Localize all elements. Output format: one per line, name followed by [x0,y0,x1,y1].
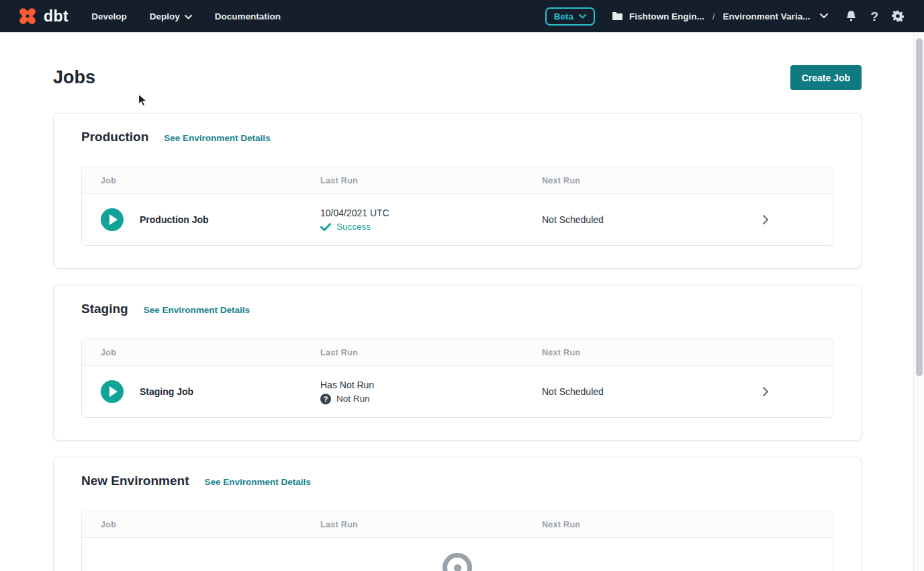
settings-gear-icon[interactable] [892,10,904,22]
breadcrumb-separator: / [710,11,717,21]
scrollbar-track[interactable] [913,32,924,571]
environment-card-staging: Staging See Environment Details Job Last… [53,285,862,441]
chevron-down-icon [579,14,586,19]
next-run-value: Not Scheduled [542,386,604,397]
dbt-logo-icon [17,6,38,26]
table-header-row: Job Last Run Next Run [82,167,833,194]
table-header-row: Job Last Run Next Run [82,339,833,366]
column-header-last-run: Last Run [320,520,542,529]
empty-state-schedule-icon [443,553,472,571]
environment-card-new-environment: New Environment See Environment Details … [53,457,862,571]
chevron-right-icon[interactable] [760,214,771,225]
nav-menu: Develop Deploy Documentation [91,11,281,21]
play-icon [109,214,118,225]
nav-item-deploy-label: Deploy [150,11,180,21]
environment-name: Production [81,130,148,144]
column-header-job: Job [101,520,320,529]
create-job-button[interactable]: Create Job [790,65,862,90]
breadcrumb[interactable]: Fishtown Engin... / Environment Varia... [612,11,828,21]
column-header-last-run: Last Run [320,348,542,357]
table-header-row: Job Last Run Next Run [82,511,833,538]
nav-icon-group: ? [845,10,904,23]
jobs-table: Job Last Run Next Run Staging Job Has No… [81,339,833,418]
nav-item-documentation[interactable]: Documentation [215,11,281,21]
column-header-last-run: Last Run [320,176,542,185]
status-badge: Success [336,222,371,232]
status-badge: Not Run [336,394,370,404]
breadcrumb-project[interactable]: Fishtown Engin... [629,11,704,21]
column-header-next-run: Next Run [542,348,833,357]
chevron-down-icon[interactable] [820,13,828,19]
last-run-date: Has Not Run [320,380,542,390]
page-title: Jobs [53,67,95,88]
job-name: Staging Job [140,386,193,397]
jobs-table: Job Last Run Next Run [81,511,833,571]
run-job-play-button[interactable] [101,380,124,403]
nav-item-deploy[interactable]: Deploy [150,11,192,21]
success-check-icon [320,223,331,231]
not-run-question-icon: ? [320,394,331,404]
environment-name: Staging [81,302,128,316]
nav-item-develop-label: Develop [91,11,127,21]
play-icon [109,386,118,397]
see-environment-details-link[interactable]: See Environment Details [204,477,310,487]
column-header-next-run: Next Run [542,520,833,529]
chevron-down-icon [185,15,192,19]
breadcrumb-current[interactable]: Environment Varia... [723,11,811,21]
main-content: Jobs Create Job Production See Environme… [0,32,913,571]
next-run-value: Not Scheduled [542,214,604,225]
empty-jobs-area [82,538,833,571]
job-name: Production Job [140,214,209,225]
column-header-next-run: Next Run [542,176,833,185]
notifications-bell-icon[interactable] [845,10,857,22]
dbt-logo-text: dbt [44,7,68,26]
job-row-production[interactable]: Production Job 10/04/2021 UTC Success No… [82,194,833,245]
beta-label: Beta [554,11,573,21]
top-nav: dbt Develop Deploy Documentation Beta Fi… [0,0,924,32]
environment-card-production: Production See Environment Details Job L… [53,113,862,269]
column-header-job: Job [101,348,320,357]
run-job-play-button[interactable] [101,208,124,231]
dbt-logo[interactable]: dbt [17,6,68,26]
help-icon[interactable]: ? [870,10,878,23]
scrollbar-thumb[interactable] [916,38,923,376]
column-header-job: Job [101,176,320,185]
nav-item-develop[interactable]: Develop [91,11,127,21]
jobs-table: Job Last Run Next Run Production Job 10/… [81,167,833,246]
job-row-staging[interactable]: Staging Job Has Not Run ? Not Run Not Sc… [82,366,833,417]
last-run-date: 10/04/2021 UTC [320,208,542,218]
see-environment-details-link[interactable]: See Environment Details [164,133,270,143]
chevron-right-icon[interactable] [760,386,771,397]
nav-item-documentation-label: Documentation [215,11,281,21]
folder-icon [612,11,623,21]
see-environment-details-link[interactable]: See Environment Details [144,305,250,315]
beta-dropdown[interactable]: Beta [545,7,595,26]
environment-name: New Environment [81,474,189,488]
